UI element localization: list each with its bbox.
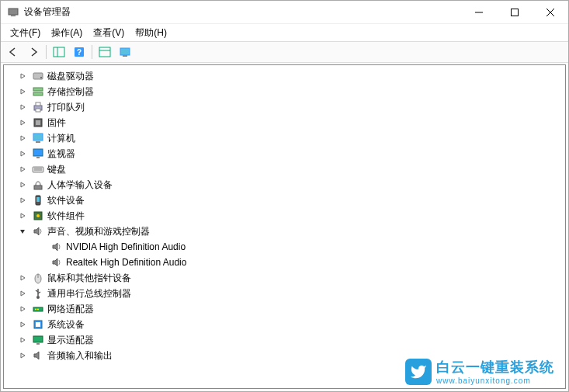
- tree-item-label: Realtek High Definition Audio: [66, 257, 186, 268]
- tree-child-item[interactable]: NVIDIA High Definition Audio: [4, 239, 565, 255]
- menu-view[interactable]: 查看(V): [88, 25, 129, 41]
- svg-text:?: ?: [77, 48, 82, 57]
- titlebar: 设备管理器: [1, 1, 568, 24]
- maximize-button[interactable]: [497, 1, 533, 24]
- tree-item-label: 键盘: [47, 163, 66, 176]
- chevron-icon[interactable]: [18, 180, 27, 189]
- computer-icon: [32, 132, 44, 144]
- monitor-icon: [32, 147, 44, 160]
- svg-rect-12: [120, 48, 130, 55]
- tree-child-item[interactable]: Realtek High Definition Audio: [4, 255, 565, 270]
- menubar: 文件(F) 操作(A) 查看(V) 帮助(H): [1, 24, 568, 41]
- tree-item[interactable]: 键盘: [4, 161, 565, 177]
- app-icon: [7, 6, 19, 19]
- tree-item-label: 鼠标和其他指针设备: [47, 272, 131, 285]
- menu-help[interactable]: 帮助(H): [130, 25, 172, 41]
- tree-item-label: NVIDIA High Definition Audio: [66, 241, 186, 252]
- tree-item[interactable]: 固件: [4, 115, 565, 130]
- tree-item[interactable]: 网络适配器: [4, 301, 565, 317]
- svg-rect-6: [54, 47, 64, 57]
- svg-rect-24: [36, 141, 40, 143]
- svg-point-34: [36, 214, 40, 217]
- chevron-icon[interactable]: [18, 320, 27, 329]
- tree-item[interactable]: 鼠标和其他指针设备: [4, 270, 565, 286]
- mouse-icon: [32, 272, 44, 284]
- svg-rect-13: [123, 55, 127, 57]
- window-title: 设备管理器: [24, 5, 461, 19]
- chevron-icon[interactable]: [18, 335, 27, 345]
- audio-io-icon: [32, 349, 44, 362]
- chevron-icon[interactable]: [18, 227, 27, 236]
- sound-icon: [50, 256, 63, 269]
- menu-action[interactable]: 操作(A): [47, 25, 87, 41]
- svg-rect-26: [36, 157, 40, 158]
- chevron-icon[interactable]: [18, 87, 27, 96]
- scan-button[interactable]: [95, 43, 114, 61]
- tree-item[interactable]: 显示适配器: [4, 332, 565, 348]
- tree-item[interactable]: 计算机: [4, 130, 565, 146]
- chevron-icon[interactable]: [18, 149, 27, 158]
- toolbar: ?: [1, 41, 568, 63]
- show-hide-tree-button[interactable]: [50, 43, 68, 61]
- component-icon: [32, 210, 44, 222]
- tree-item[interactable]: 存储控制器: [4, 84, 565, 99]
- chevron-icon[interactable]: [18, 102, 27, 112]
- sound-icon: [32, 225, 44, 238]
- hid-icon: [32, 179, 44, 191]
- back-button[interactable]: [4, 43, 23, 61]
- tree-item[interactable]: 监视器: [4, 146, 565, 161]
- chevron-icon[interactable]: [18, 273, 27, 283]
- network-icon: [32, 303, 44, 315]
- printer-icon: [32, 101, 44, 113]
- tree-item-label: 声音、视频和游戏控制器: [47, 225, 150, 238]
- display-icon: [32, 334, 44, 346]
- tree-item-label: 通用串行总线控制器: [47, 287, 131, 300]
- chevron-icon[interactable]: [18, 71, 27, 81]
- tree-item[interactable]: 音频输入和输出: [4, 348, 565, 363]
- svg-rect-1: [11, 16, 16, 16]
- tree-item[interactable]: 系统设备: [4, 317, 565, 332]
- tree-item[interactable]: 人体学输入设备: [4, 177, 565, 193]
- tree-container[interactable]: 磁盘驱动器存储控制器打印队列固件计算机监视器键盘人体学输入设备软件设备软件组件声…: [3, 64, 566, 389]
- chevron-icon[interactable]: [18, 351, 27, 360]
- usb-icon: [32, 287, 44, 300]
- close-button[interactable]: [533, 1, 568, 24]
- svg-rect-16: [33, 88, 43, 91]
- svg-rect-17: [33, 92, 43, 95]
- chevron-icon[interactable]: [18, 196, 27, 205]
- svg-rect-44: [33, 336, 43, 342]
- toolbar-separator: [92, 45, 92, 59]
- tree-item-label: 系统设备: [47, 318, 85, 331]
- tree-item-label: 软件组件: [47, 210, 85, 223]
- svg-rect-20: [36, 109, 40, 112]
- forward-button[interactable]: [24, 43, 43, 61]
- tree-item[interactable]: 软件组件: [4, 208, 565, 224]
- properties-button[interactable]: [116, 43, 134, 61]
- svg-rect-0: [9, 9, 18, 15]
- window-controls: [461, 1, 568, 24]
- chevron-icon[interactable]: [18, 118, 27, 127]
- menu-file[interactable]: 文件(F): [5, 25, 45, 41]
- svg-rect-30: [34, 186, 42, 189]
- tree-item[interactable]: 磁盘驱动器: [4, 68, 565, 84]
- software-icon: [32, 194, 44, 206]
- chevron-icon[interactable]: [18, 134, 27, 143]
- tree-item[interactable]: 声音、视频和游戏控制器: [4, 224, 565, 239]
- chevron-icon[interactable]: [18, 289, 27, 298]
- tree-item-label: 打印队列: [47, 101, 85, 114]
- chevron-icon[interactable]: [18, 165, 27, 174]
- tree-item[interactable]: 通用串行总线控制器: [4, 286, 565, 301]
- svg-rect-22: [36, 120, 40, 125]
- svg-rect-23: [33, 134, 43, 140]
- chevron-icon[interactable]: [18, 304, 27, 314]
- minimize-button[interactable]: [461, 1, 497, 24]
- chevron-icon[interactable]: [18, 211, 27, 220]
- tree-item-label: 监视器: [47, 147, 75, 161]
- tree-item[interactable]: 打印队列: [4, 99, 565, 115]
- storage-icon: [32, 85, 44, 98]
- svg-rect-3: [512, 9, 519, 16]
- tree-item-label: 固件: [47, 116, 66, 130]
- tree-item[interactable]: 软件设备: [4, 193, 565, 208]
- help-button[interactable]: ?: [70, 43, 88, 61]
- tree-item-label: 磁盘驱动器: [47, 70, 94, 83]
